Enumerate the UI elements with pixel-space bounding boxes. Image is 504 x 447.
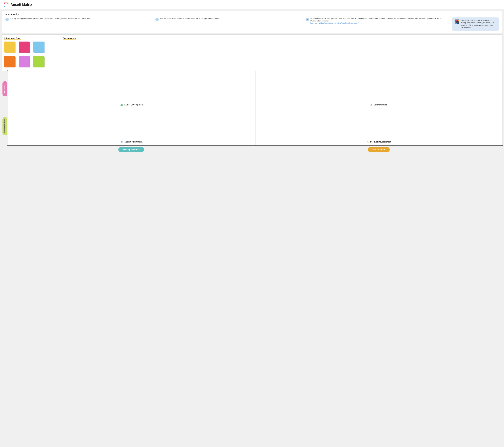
svg-point-14 xyxy=(371,104,371,104)
svg-point-17 xyxy=(372,105,372,106)
top-panels: Sticky Note Stash xyxy=(1,35,503,71)
x-label-existing-container: Existing Products xyxy=(7,146,255,153)
matrix-grid: Market Development xyxy=(8,71,503,145)
svg-point-23 xyxy=(368,142,368,142)
matrix-row-top: Market Development xyxy=(8,71,502,108)
step-number-2: 2 xyxy=(155,18,159,21)
product-development-text: Product Development xyxy=(370,141,391,143)
market-penetration-label: Market Penetration xyxy=(121,141,143,143)
svg-point-12 xyxy=(370,105,371,105)
y-label-existing-markets: Existing Markets xyxy=(2,117,7,135)
sticky-stack-purple xyxy=(19,56,31,68)
matrix-cell-diversification: Diversification xyxy=(255,71,503,108)
svg-rect-3 xyxy=(455,20,459,24)
x-label-new-products: New Products xyxy=(368,147,390,152)
step-divider-2 xyxy=(302,18,303,26)
sticky-grid xyxy=(4,41,58,68)
svg-point-16 xyxy=(371,105,371,106)
svg-line-29 xyxy=(369,142,369,143)
step-text-3: When the exercise is done, your team can… xyxy=(310,18,449,22)
sticky-layer xyxy=(4,56,15,67)
step-text-2: Now it's time to start moving the sticki… xyxy=(160,18,220,20)
sticky-stack-green xyxy=(33,56,46,68)
app-title: Ansoff Matrix xyxy=(11,3,32,7)
svg-rect-21 xyxy=(122,142,123,143)
sticky-stack-blue xyxy=(33,41,46,54)
sticky-stack-pink xyxy=(19,41,31,54)
x-axis-labels: Existing Products New Products xyxy=(7,146,503,153)
market-penetration-text: Market Penetration xyxy=(125,141,143,143)
step-number-1: 1 xyxy=(5,18,9,21)
matrix-area: New Markets Existing Markets Market Deve… xyxy=(1,71,503,145)
matrix-row-bottom: Market Penetration xyxy=(8,108,502,145)
svg-point-10 xyxy=(371,104,372,104)
sticky-layer xyxy=(33,56,44,67)
market-development-label: Market Development xyxy=(120,104,143,106)
svg-marker-1 xyxy=(6,3,8,5)
diversification-label: Diversification xyxy=(370,104,388,106)
backlog-title: Backlog Area xyxy=(63,37,500,39)
step-3: 3 When the exercise is done, your team c… xyxy=(306,18,449,24)
sticky-layer xyxy=(4,41,15,52)
y-axis-line xyxy=(7,71,7,145)
sticky-layer xyxy=(19,41,30,52)
product-development-icon xyxy=(366,141,369,143)
how-it-works-section: How it works 1 Start by adding product i… xyxy=(2,11,502,33)
svg-point-15 xyxy=(372,104,372,104)
market-penetration-icon xyxy=(121,141,124,143)
x-label-new-container: New Products xyxy=(255,146,503,153)
svg-point-11 xyxy=(371,105,372,106)
step-text-1: Start by adding product ideas, projects,… xyxy=(10,18,91,20)
app-logo xyxy=(3,2,9,7)
market-development-text: Market Development xyxy=(124,104,143,106)
matrix-cell-market-penetration: Market Penetration xyxy=(8,108,255,145)
svg-line-30 xyxy=(369,141,369,141)
x-label-existing-products: Existing Products xyxy=(118,147,144,152)
backlog-panel: Backlog Area xyxy=(60,35,502,71)
y-axis-labels: New Markets Existing Markets xyxy=(2,71,7,145)
sticky-layer xyxy=(33,41,44,52)
sticky-stack-orange xyxy=(4,56,17,68)
steps-container: 1 Start by adding product ideas, project… xyxy=(5,18,499,31)
sticky-layer xyxy=(19,56,30,67)
header: Ansoff Matrix xyxy=(0,0,504,9)
promo-box: Get the full Conceptboard experience by … xyxy=(452,18,499,31)
y-axis-arrow xyxy=(6,70,8,71)
svg-point-9 xyxy=(371,104,372,105)
svg-marker-0 xyxy=(4,3,6,5)
y-label-new-markets: New Markets xyxy=(2,81,7,96)
step-2: 2 Now it's time to start moving the stic… xyxy=(155,18,299,21)
how-it-works-title: How it works xyxy=(5,13,499,16)
sticky-stash-title: Sticky Note Stash xyxy=(4,37,58,39)
sticky-stash-panel: Sticky Note Stash xyxy=(2,35,60,71)
diversification-text: Diversification xyxy=(374,104,388,106)
svg-line-31 xyxy=(367,142,367,143)
svg-rect-20 xyxy=(121,142,122,143)
step-divider-1 xyxy=(152,18,152,26)
diversification-icon xyxy=(370,104,373,106)
svg-rect-18 xyxy=(121,141,122,142)
svg-marker-2 xyxy=(4,5,6,7)
promo-icon xyxy=(454,19,459,24)
svg-point-13 xyxy=(372,105,373,105)
step-number-3: 3 xyxy=(306,18,309,21)
svg-rect-19 xyxy=(122,141,123,142)
promo-text: Get the full Conceptboard experience by … xyxy=(461,19,496,29)
learn-more-link[interactable]: Learn more at https://conceptboard.com/b… xyxy=(310,22,449,24)
step-1: 1 Start by adding product ideas, project… xyxy=(5,18,149,21)
matrix-cell-market-development: Market Development xyxy=(8,71,255,108)
matrix-section: New Markets Existing Markets Market Deve… xyxy=(1,71,503,153)
matrix-cell-product-development: Product Development xyxy=(255,108,503,145)
market-development-icon xyxy=(120,104,123,106)
product-development-label: Product Development xyxy=(366,141,391,143)
sticky-stack-yellow xyxy=(4,41,17,54)
svg-line-28 xyxy=(367,141,367,141)
